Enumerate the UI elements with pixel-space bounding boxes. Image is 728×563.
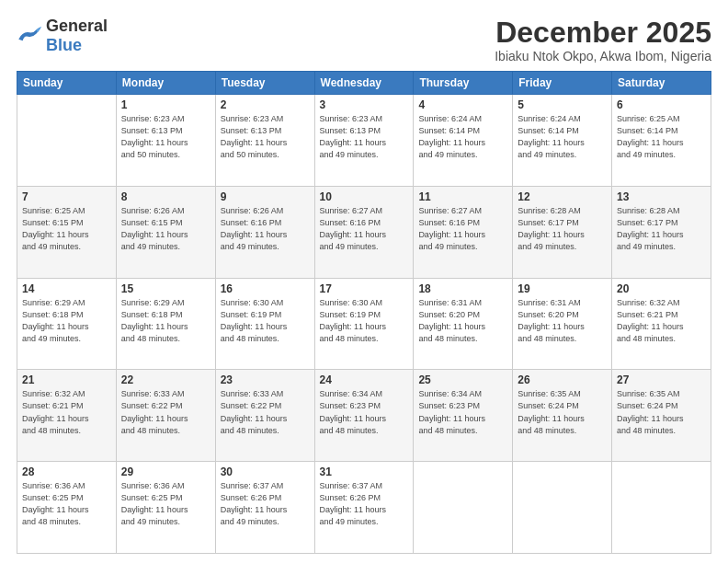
day-number: 23 — [221, 373, 310, 386]
calendar-cell: 13Sunrise: 6:28 AMSunset: 6:17 PMDayligh… — [612, 186, 711, 278]
day-number: 22 — [121, 373, 210, 386]
cell-info: Sunrise: 6:24 AMSunset: 6:14 PMDaylight:… — [418, 113, 507, 161]
page: General Blue December 2025 Ibiaku Ntok O… — [0, 0, 728, 563]
day-number: 15 — [121, 282, 210, 295]
calendar-cell: 30Sunrise: 6:37 AMSunset: 6:26 PMDayligh… — [215, 462, 314, 554]
cell-info: Sunrise: 6:29 AMSunset: 6:18 PMDaylight:… — [22, 297, 111, 345]
day-header-friday: Friday — [513, 72, 612, 95]
cell-info: Sunrise: 6:28 AMSunset: 6:17 PMDaylight:… — [617, 205, 706, 253]
day-header-saturday: Saturday — [612, 72, 711, 95]
day-header-thursday: Thursday — [414, 72, 513, 95]
week-row-3: 14Sunrise: 6:29 AMSunset: 6:18 PMDayligh… — [17, 278, 711, 370]
calendar-cell: 1Sunrise: 6:23 AMSunset: 6:13 PMDaylight… — [116, 95, 215, 187]
day-number: 17 — [320, 282, 409, 295]
cell-info: Sunrise: 6:32 AMSunset: 6:21 PMDaylight:… — [22, 388, 111, 436]
calendar-header-row: SundayMondayTuesdayWednesdayThursdayFrid… — [17, 72, 711, 95]
logo-icon — [17, 26, 42, 46]
day-number: 28 — [22, 465, 111, 478]
day-number: 26 — [518, 373, 607, 386]
location: Ibiaku Ntok Okpo, Akwa Ibom, Nigeria — [495, 49, 711, 63]
week-row-2: 7Sunrise: 6:25 AMSunset: 6:15 PMDaylight… — [17, 186, 711, 278]
cell-info: Sunrise: 6:27 AMSunset: 6:16 PMDaylight:… — [320, 205, 409, 253]
calendar-cell: 21Sunrise: 6:32 AMSunset: 6:21 PMDayligh… — [17, 370, 117, 462]
day-number: 4 — [418, 98, 507, 111]
cell-info: Sunrise: 6:32 AMSunset: 6:21 PMDaylight:… — [617, 297, 706, 345]
day-number: 9 — [221, 190, 310, 203]
cell-info: Sunrise: 6:33 AMSunset: 6:22 PMDaylight:… — [121, 388, 210, 436]
day-number: 25 — [418, 373, 507, 386]
cell-info: Sunrise: 6:23 AMSunset: 6:13 PMDaylight:… — [121, 113, 210, 161]
calendar-cell: 20Sunrise: 6:32 AMSunset: 6:21 PMDayligh… — [612, 278, 711, 370]
day-number: 12 — [518, 190, 607, 203]
day-number: 5 — [518, 98, 607, 111]
cell-info: Sunrise: 6:31 AMSunset: 6:20 PMDaylight:… — [518, 297, 607, 345]
logo-text: General Blue — [46, 17, 108, 55]
calendar-cell: 22Sunrise: 6:33 AMSunset: 6:22 PMDayligh… — [116, 370, 215, 462]
calendar-table: SundayMondayTuesdayWednesdayThursdayFrid… — [17, 71, 711, 554]
day-number: 13 — [617, 190, 706, 203]
calendar-cell: 23Sunrise: 6:33 AMSunset: 6:22 PMDayligh… — [215, 370, 314, 462]
day-number: 6 — [617, 98, 706, 111]
cell-info: Sunrise: 6:36 AMSunset: 6:25 PMDaylight:… — [22, 480, 111, 528]
cell-info: Sunrise: 6:23 AMSunset: 6:13 PMDaylight:… — [320, 113, 409, 161]
calendar-cell: 7Sunrise: 6:25 AMSunset: 6:15 PMDaylight… — [17, 186, 117, 278]
calendar-cell: 27Sunrise: 6:35 AMSunset: 6:24 PMDayligh… — [612, 370, 711, 462]
calendar-cell: 10Sunrise: 6:27 AMSunset: 6:16 PMDayligh… — [314, 186, 414, 278]
day-number: 1 — [121, 98, 210, 111]
cell-info: Sunrise: 6:25 AMSunset: 6:14 PMDaylight:… — [617, 113, 706, 161]
day-number: 21 — [22, 373, 111, 386]
day-number: 20 — [617, 282, 706, 295]
day-number: 19 — [518, 282, 607, 295]
calendar-cell: 11Sunrise: 6:27 AMSunset: 6:16 PMDayligh… — [414, 186, 513, 278]
week-row-5: 28Sunrise: 6:36 AMSunset: 6:25 PMDayligh… — [17, 462, 711, 554]
calendar-cell: 14Sunrise: 6:29 AMSunset: 6:18 PMDayligh… — [17, 278, 117, 370]
cell-info: Sunrise: 6:23 AMSunset: 6:13 PMDaylight:… — [221, 113, 310, 161]
calendar-cell: 3Sunrise: 6:23 AMSunset: 6:13 PMDaylight… — [314, 95, 414, 187]
cell-info: Sunrise: 6:34 AMSunset: 6:23 PMDaylight:… — [320, 388, 409, 436]
calendar-cell: 2Sunrise: 6:23 AMSunset: 6:13 PMDaylight… — [215, 95, 314, 187]
day-number: 24 — [320, 373, 409, 386]
day-number: 14 — [22, 282, 111, 295]
title-block: December 2025 Ibiaku Ntok Okpo, Akwa Ibo… — [495, 17, 711, 63]
day-header-tuesday: Tuesday — [215, 72, 314, 95]
day-header-sunday: Sunday — [17, 72, 117, 95]
calendar-cell: 6Sunrise: 6:25 AMSunset: 6:14 PMDaylight… — [612, 95, 711, 187]
calendar-cell: 12Sunrise: 6:28 AMSunset: 6:17 PMDayligh… — [513, 186, 612, 278]
day-number: 16 — [221, 282, 310, 295]
calendar-cell: 31Sunrise: 6:37 AMSunset: 6:26 PMDayligh… — [314, 462, 414, 554]
day-header-wednesday: Wednesday — [314, 72, 414, 95]
cell-info: Sunrise: 6:30 AMSunset: 6:19 PMDaylight:… — [320, 297, 409, 345]
day-number: 2 — [221, 98, 310, 111]
calendar-cell: 19Sunrise: 6:31 AMSunset: 6:20 PMDayligh… — [513, 278, 612, 370]
calendar-cell: 16Sunrise: 6:30 AMSunset: 6:19 PMDayligh… — [215, 278, 314, 370]
day-number: 30 — [221, 465, 310, 478]
calendar-cell: 17Sunrise: 6:30 AMSunset: 6:19 PMDayligh… — [314, 278, 414, 370]
cell-info: Sunrise: 6:29 AMSunset: 6:18 PMDaylight:… — [121, 297, 210, 345]
cell-info: Sunrise: 6:30 AMSunset: 6:19 PMDaylight:… — [221, 297, 310, 345]
cell-info: Sunrise: 6:27 AMSunset: 6:16 PMDaylight:… — [418, 205, 507, 253]
week-row-4: 21Sunrise: 6:32 AMSunset: 6:21 PMDayligh… — [17, 370, 711, 462]
cell-info: Sunrise: 6:37 AMSunset: 6:26 PMDaylight:… — [320, 480, 409, 528]
calendar-cell: 28Sunrise: 6:36 AMSunset: 6:25 PMDayligh… — [17, 462, 117, 554]
cell-info: Sunrise: 6:33 AMSunset: 6:22 PMDaylight:… — [221, 388, 310, 436]
day-number: 3 — [320, 98, 409, 111]
cell-info: Sunrise: 6:36 AMSunset: 6:25 PMDaylight:… — [121, 480, 210, 528]
cell-info: Sunrise: 6:26 AMSunset: 6:16 PMDaylight:… — [221, 205, 310, 253]
cell-info: Sunrise: 6:25 AMSunset: 6:15 PMDaylight:… — [22, 205, 111, 253]
day-number: 10 — [320, 190, 409, 203]
calendar-cell: 26Sunrise: 6:35 AMSunset: 6:24 PMDayligh… — [513, 370, 612, 462]
cell-info: Sunrise: 6:35 AMSunset: 6:24 PMDaylight:… — [617, 388, 706, 436]
calendar-cell: 15Sunrise: 6:29 AMSunset: 6:18 PMDayligh… — [116, 278, 215, 370]
day-number: 8 — [121, 190, 210, 203]
calendar-cell — [612, 462, 711, 554]
calendar-cell: 29Sunrise: 6:36 AMSunset: 6:25 PMDayligh… — [116, 462, 215, 554]
calendar-cell: 9Sunrise: 6:26 AMSunset: 6:16 PMDaylight… — [215, 186, 314, 278]
calendar-cell: 4Sunrise: 6:24 AMSunset: 6:14 PMDaylight… — [414, 95, 513, 187]
cell-info: Sunrise: 6:34 AMSunset: 6:23 PMDaylight:… — [418, 388, 507, 436]
calendar-cell: 8Sunrise: 6:26 AMSunset: 6:15 PMDaylight… — [116, 186, 215, 278]
day-number: 31 — [320, 465, 409, 478]
calendar-cell: 25Sunrise: 6:34 AMSunset: 6:23 PMDayligh… — [414, 370, 513, 462]
cell-info: Sunrise: 6:31 AMSunset: 6:20 PMDaylight:… — [418, 297, 507, 345]
calendar-cell — [513, 462, 612, 554]
header: General Blue December 2025 Ibiaku Ntok O… — [17, 17, 711, 63]
